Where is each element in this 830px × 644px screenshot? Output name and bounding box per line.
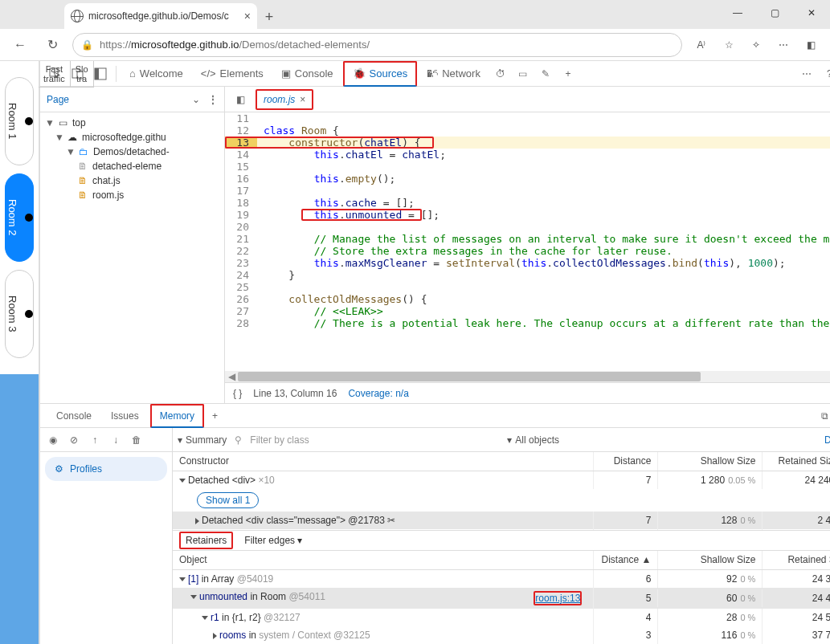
help-icon[interactable]: ? (819, 63, 830, 84)
sidebar-icon[interactable]: ◧ (799, 34, 822, 56)
code-content[interactable]: 1112class Room {13 constructor(chatEl) {… (225, 112, 830, 371)
source-link[interactable]: room.js:13 (534, 591, 582, 605)
cursor-position: Line 13, Column 16 (253, 388, 337, 399)
sliders-icon: ⚙ (55, 463, 63, 475)
room-1-button[interactable]: Room 1 (5, 77, 34, 165)
tab-elements[interactable]: </>Elements (193, 61, 272, 87)
room-3-button[interactable]: Room 3 (5, 270, 34, 358)
globe-icon (71, 10, 84, 22)
minimize-button[interactable]: — (719, 0, 756, 26)
application-icon[interactable]: ▭ (513, 63, 534, 84)
browser-tab[interactable]: microsoftedge.github.io/Demos/c × (64, 3, 257, 29)
home-icon: ⌂ (129, 67, 136, 79)
memory-filter-bar: ▾Summary ⚲ Filter by class ▾All objects … (173, 428, 830, 452)
load-icon[interactable]: ↑ (85, 430, 104, 450)
page-tab[interactable]: Page (47, 94, 69, 105)
tab-title: microsoftedge.github.io/Demos/c (88, 10, 229, 22)
new-tab-button[interactable]: + (257, 5, 281, 29)
url-input[interactable]: 🔒 https://microsoftedge.github.io/Demos/… (72, 33, 682, 57)
save-icon[interactable]: ↓ (106, 430, 125, 450)
retainers-tab[interactable]: Retainers (179, 532, 233, 549)
window-controls: — ▢ ✕ (719, 0, 830, 26)
drawer-add-tab[interactable]: + (207, 410, 223, 422)
horizontal-scrollbar[interactable]: ◀▶ (225, 371, 830, 382)
code-editor: ◧ room.js× ◨ 1112class Room {13 construc… (225, 87, 830, 403)
room-2-button[interactable]: Room 2 (5, 173, 34, 262)
rooms-sidebar: Room 1 Room 2 Room 3 (0, 61, 39, 644)
slow-traffic-tab[interactable]: Slo tra (71, 61, 94, 88)
file-tab-room-js[interactable]: room.js× (256, 89, 313, 110)
drawer-tab-console[interactable]: Console (48, 404, 100, 428)
record-icon[interactable]: ◉ (43, 430, 63, 450)
table-row[interactable]: Detached <div> ×10 7 1 2800.05 % 24 2400… (173, 471, 830, 489)
filter-input[interactable]: Filter by class (250, 434, 499, 446)
svg-rect-4 (95, 68, 99, 79)
close-file-icon[interactable]: × (300, 94, 305, 105)
filter-icon: ⚲ (235, 434, 242, 446)
devtools-drawer: Console Issues Memory + ⧉ ▭ ◉ ⊘ ↑ ↓ 🗑 (40, 403, 830, 644)
address-bar: ← ↻ 🔒 https://microsoftedge.github.io/De… (0, 29, 830, 61)
fast-traffic-tab[interactable]: Fast traffic (39, 61, 71, 88)
retainer-row[interactable]: r1 in {r1, r2} @321274280 %24 5761 % (173, 609, 830, 626)
code-status-bar: { } Line 13, Column 16 Coverage: n/a (225, 382, 830, 403)
gc-icon[interactable]: 🗑 (127, 430, 146, 450)
page-content-strip: Fast traffic Slo tra (39, 61, 39, 644)
tab-network[interactable]: �དྷNetwork (419, 61, 489, 87)
summary-dropdown[interactable]: ▾Summary (178, 434, 227, 446)
devtools-panel: ⌂Welcome </>Elements ▣Console 🐞Sources �… (39, 61, 830, 644)
all-objects-dropdown[interactable]: ▾All objects (507, 434, 559, 446)
profiles-item[interactable]: ⚙ Profiles (45, 457, 167, 481)
close-tab-icon[interactable]: × (244, 10, 251, 22)
default-dropdown[interactable]: Default ▾ (824, 434, 830, 446)
performance-icon[interactable]: ⏱ (490, 63, 511, 84)
menu-icon[interactable]: ⋯ (772, 34, 795, 56)
table-row[interactable]: Detached <div class="message"> @21783 ✂ … (173, 512, 830, 529)
sources-navigator: Page ⌄ ⋮ ▼▭top ▼☁microsoftedge.githu ▼🗀D… (40, 87, 225, 403)
constructor-table-header: Constructor Distance Shallow Size Retain… (173, 452, 830, 471)
browser-titlebar: microsoftedge.github.io/Demos/c × + — ▢ … (0, 0, 830, 29)
drawer-tab-issues[interactable]: Issues (103, 404, 147, 428)
clear-icon[interactable]: ⊘ (64, 430, 84, 450)
devtools-toolbar: ⌂Welcome </>Elements ▣Console 🐞Sources �… (40, 61, 830, 87)
wifi-icon: �དྷ (427, 67, 438, 79)
maximize-button[interactable]: ▢ (756, 0, 793, 26)
back-button[interactable]: ← (8, 33, 32, 57)
file-tree[interactable]: ▼▭top ▼☁microsoftedge.githu ▼🗀Demos/deta… (40, 112, 224, 403)
lock-icon: 🔒 (81, 39, 93, 51)
tab-sources[interactable]: 🐞Sources (343, 61, 418, 87)
coverage-link[interactable]: Coverage: n/a (348, 388, 408, 399)
tab-welcome[interactable]: ⌂Welcome (121, 61, 191, 87)
more-tools-icon[interactable]: ✎ (535, 63, 556, 84)
close-window-button[interactable]: ✕ (793, 0, 830, 26)
tab-console[interactable]: ▣Console (273, 61, 341, 87)
retainer-row[interactable]: [1] in Array @540196920 %24 3321 % (173, 570, 830, 588)
refresh-button[interactable]: ↻ (40, 33, 64, 57)
console-icon: ▣ (281, 67, 291, 79)
extensions-icon[interactable]: ✧ (745, 34, 767, 56)
favorite-icon[interactable]: ☆ (718, 34, 740, 56)
filter-edges-dropdown[interactable]: Filter edges ▾ (244, 535, 302, 546)
memory-sidebar: ◉ ⊘ ↑ ↓ 🗑 ⚙ Profiles (40, 428, 173, 644)
kebab-icon[interactable]: ⋮ (208, 94, 218, 105)
retainers-table-header: Object Distance ▲ Shallow Size Retained … (173, 551, 830, 570)
retainer-row[interactable]: unmounted in Room @54011 room.js:135600 … (173, 588, 830, 609)
drawer-dock-icon[interactable]: ⧉ (814, 406, 830, 426)
chevron-down-icon[interactable]: ⌄ (192, 94, 200, 105)
add-tab-icon[interactable]: + (558, 63, 579, 84)
read-aloud-icon[interactable]: A⁾ (690, 34, 713, 56)
toggle-nav-icon[interactable]: ◧ (230, 89, 251, 110)
more-icon[interactable]: ⋯ (796, 63, 817, 84)
code-icon: </> (201, 67, 216, 79)
show-all-button[interactable]: Show all 1 (197, 492, 259, 508)
bug-icon: 🐞 (353, 67, 366, 79)
drawer-tab-memory[interactable]: Memory (150, 404, 204, 428)
retainer-row[interactable]: rooms in system / Context @3212531160 %3… (173, 626, 830, 644)
